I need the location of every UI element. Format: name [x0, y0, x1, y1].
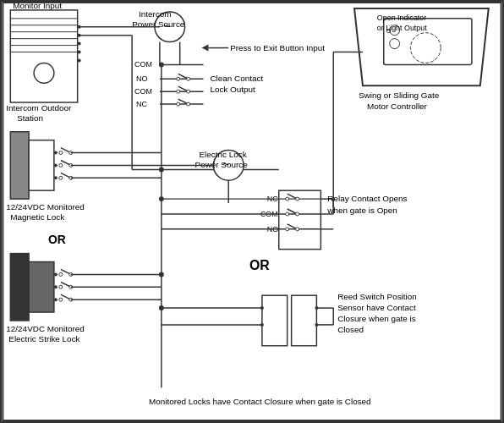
svg-point-98 — [296, 212, 299, 216]
swing-gate-label2: Motor Controller — [367, 102, 428, 111]
svg-point-70 — [59, 272, 63, 276]
clean-contact-label2: Lock Output — [210, 85, 255, 94]
svg-point-12 — [78, 51, 81, 54]
swing-gate-label: Swing or Sliding Gate — [359, 91, 440, 100]
svg-point-86 — [410, 33, 441, 63]
intercom-outdoor-label: Intercom Outdoor — [6, 103, 72, 113]
svg-point-59 — [59, 176, 63, 179]
svg-point-101 — [296, 228, 299, 231]
relay-contact-label2: when gate is Open — [326, 206, 397, 215]
open-indicator-label: Open Indicator — [377, 14, 426, 22]
svg-point-8 — [34, 63, 54, 83]
svg-rect-48 — [29, 140, 54, 191]
magnetic-lock-label2: Magnetic Lock — [10, 212, 64, 222]
bottom-note: Monitored Locks have Contact Closure whe… — [149, 397, 371, 406]
reed-switch-label2: Sensor have Contact — [337, 303, 416, 312]
svg-text:COM: COM — [134, 87, 152, 96]
svg-point-40 — [187, 102, 190, 106]
svg-point-11 — [78, 42, 81, 46]
reed-switch-label3: Closure when gate is — [337, 314, 416, 323]
open-indicator-label2: or Light Output — [377, 24, 427, 32]
electric-lock-power-label: Electric Lock — [200, 150, 247, 159]
svg-point-125 — [159, 305, 164, 310]
svg-point-34 — [187, 77, 190, 80]
svg-point-94 — [286, 197, 289, 201]
svg-point-33 — [177, 77, 180, 80]
intercom-power-label: Intercom — [139, 9, 172, 19]
magnetic-lock-label: 12/24VDC Monitored — [6, 202, 85, 212]
press-to-exit-label: Press to Exit Button Input — [230, 43, 325, 52]
svg-rect-65 — [29, 262, 54, 313]
svg-text:NO: NO — [136, 74, 147, 83]
svg-point-68 — [54, 298, 58, 301]
svg-point-39 — [177, 102, 180, 106]
svg-point-123 — [159, 196, 164, 201]
svg-point-85 — [390, 39, 400, 49]
svg-rect-1 — [10, 10, 77, 102]
svg-point-73 — [59, 285, 63, 288]
svg-rect-47 — [10, 132, 29, 199]
or-label-1: OR — [48, 233, 66, 246]
electric-strike-label2: Electric Strike Lock — [8, 334, 79, 343]
svg-point-97 — [286, 212, 289, 216]
svg-rect-111 — [292, 295, 317, 346]
relay-contact-label: Relay Contact Opens — [327, 194, 407, 203]
svg-point-67 — [54, 285, 58, 288]
svg-point-13 — [78, 58, 81, 62]
electric-strike-label: 12/24VDC Monitored — [6, 324, 85, 333]
svg-point-51 — [54, 176, 58, 179]
monitor-input-label: Monitor Input — [13, 2, 62, 10]
svg-point-95 — [296, 197, 299, 201]
svg-point-121 — [159, 62, 164, 67]
or-label-2: OR — [249, 258, 270, 272]
reed-switch-label: Reed Switch Position — [337, 292, 417, 301]
svg-point-49 — [54, 151, 58, 155]
svg-point-124 — [159, 272, 164, 277]
svg-point-36 — [177, 90, 180, 93]
svg-point-56 — [59, 163, 63, 167]
svg-text:NC: NC — [136, 100, 147, 108]
svg-text:COM: COM — [134, 60, 152, 69]
svg-point-76 — [59, 298, 63, 301]
svg-point-122 — [159, 167, 164, 172]
svg-point-66 — [54, 272, 58, 276]
svg-point-37 — [187, 90, 190, 93]
svg-point-50 — [54, 163, 58, 167]
clean-contact-label: Clean Contact — [210, 74, 263, 83]
svg-rect-64 — [10, 254, 29, 321]
intercom-outdoor-label2: Station — [17, 113, 43, 123]
svg-point-100 — [286, 228, 289, 231]
svg-rect-110 — [262, 295, 288, 346]
wiring-diagram: Monitor Input Intercom Outdoor Station ~… — [0, 0, 504, 423]
reed-switch-label4: Closed — [337, 325, 364, 334]
svg-point-53 — [59, 151, 63, 155]
